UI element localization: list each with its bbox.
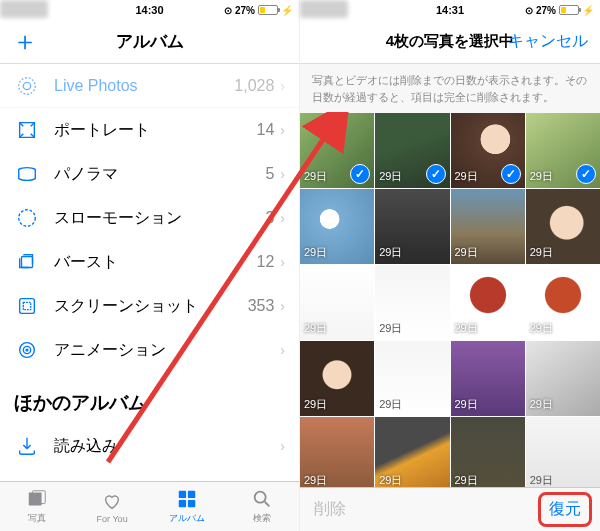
- svg-rect-12: [188, 491, 195, 498]
- tab-label: 写真: [28, 512, 46, 525]
- album-row-import[interactable]: 読み込み ›: [0, 424, 299, 468]
- recently-deleted-screen: 14:31 ⊙ 27% ⚡ 4枚の写真を選択中 キャンセル 写真とビデオには削除…: [300, 0, 600, 531]
- days-label: 29日: [530, 245, 553, 260]
- photo-cell[interactable]: 29日: [300, 265, 374, 340]
- row-label: スローモーション: [54, 208, 265, 229]
- nav-title: 4枚の写真を選択中: [386, 32, 514, 51]
- svg-rect-3: [22, 257, 33, 268]
- svg-rect-4: [20, 299, 35, 314]
- nav-bar: 4枚の写真を選択中 キャンセル: [300, 20, 600, 64]
- album-row-portrait[interactable]: ポートレート 14 ›: [0, 108, 299, 152]
- days-label: 29日: [455, 169, 478, 184]
- row-label: 読み込み: [54, 436, 280, 457]
- screenshot-icon: [14, 293, 40, 319]
- photo-cell[interactable]: 29日✓: [300, 113, 374, 188]
- photo-cell[interactable]: 29日✓: [526, 113, 600, 188]
- days-label: 29日: [379, 397, 402, 412]
- album-row-slowmo[interactable]: スローモーション 3 ›: [0, 196, 299, 240]
- photo-cell[interactable]: 29日: [526, 189, 600, 264]
- carrier-blur: [0, 0, 48, 18]
- chevron-right-icon: ›: [280, 122, 285, 138]
- nav-bar: ＋ アルバム: [0, 20, 299, 64]
- battery-icon: [258, 5, 278, 15]
- svg-point-1: [19, 77, 36, 94]
- add-button[interactable]: ＋: [12, 24, 38, 59]
- days-label: 29日: [455, 397, 478, 412]
- portrait-icon: [14, 117, 40, 143]
- photo-cell[interactable]: 29日: [526, 417, 600, 487]
- days-label: 29日: [304, 473, 327, 487]
- svg-rect-5: [23, 302, 30, 309]
- svg-point-8: [26, 349, 28, 351]
- charging-icon: ⚡: [582, 5, 594, 16]
- section-header: ほかのアルバム: [0, 372, 299, 424]
- photo-cell[interactable]: 29日: [375, 189, 449, 264]
- photo-cell[interactable]: 29日: [451, 341, 525, 416]
- days-label: 29日: [530, 169, 553, 184]
- photo-cell[interactable]: 29日✓: [375, 113, 449, 188]
- battery-percent: 27%: [536, 5, 556, 16]
- photo-cell[interactable]: 29日: [300, 189, 374, 264]
- battery-icon: [559, 5, 579, 15]
- status-time: 14:31: [436, 4, 464, 16]
- row-label: Live Photos: [54, 77, 234, 95]
- panorama-icon: [14, 161, 40, 187]
- chevron-right-icon: ›: [280, 254, 285, 270]
- check-icon: ✓: [501, 164, 521, 184]
- days-label: 29日: [304, 169, 327, 184]
- tab-label: アルバム: [169, 512, 205, 525]
- album-row-hidden[interactable]: 非表示 0 ›: [0, 468, 299, 481]
- tab-label: For You: [97, 514, 128, 524]
- photo-cell[interactable]: 29日: [451, 189, 525, 264]
- live-photos-icon: [14, 73, 40, 99]
- alarm-icon: ⊙: [224, 5, 232, 16]
- check-icon: ✓: [426, 164, 446, 184]
- svg-point-15: [254, 492, 265, 503]
- album-row-panorama[interactable]: パノラマ 5 ›: [0, 152, 299, 196]
- tab-search[interactable]: 検索: [224, 482, 299, 531]
- cancel-button[interactable]: キャンセル: [508, 31, 588, 52]
- photo-cell[interactable]: 29日: [300, 417, 374, 487]
- row-label: スクリーンショット: [54, 296, 248, 317]
- highlight-recover: 復元: [538, 492, 592, 527]
- delete-button[interactable]: 削除: [314, 499, 346, 520]
- photo-cell[interactable]: 29日: [375, 417, 449, 487]
- check-icon: ✓: [576, 164, 596, 184]
- days-label: 29日: [379, 245, 402, 260]
- photo-cell[interactable]: 29日: [375, 265, 449, 340]
- days-label: 29日: [304, 321, 327, 336]
- photo-cell[interactable]: 29日✓: [451, 113, 525, 188]
- row-count: 1,028: [234, 77, 274, 95]
- photo-cell[interactable]: 29日: [375, 341, 449, 416]
- row-label: アニメーション: [54, 340, 280, 361]
- tab-photos[interactable]: 写真: [0, 482, 75, 531]
- days-label: 29日: [530, 397, 553, 412]
- album-row-live-photos[interactable]: Live Photos 1,028 ›: [0, 64, 299, 108]
- row-label: バースト: [54, 252, 257, 273]
- album-row-animation[interactable]: アニメーション ›: [0, 328, 299, 372]
- chevron-right-icon: ›: [280, 438, 285, 454]
- bottom-toolbar: 削除 復元: [300, 487, 600, 531]
- row-label: ポートレート: [54, 120, 257, 141]
- recover-button[interactable]: 復元: [549, 500, 581, 517]
- tab-foryou[interactable]: For You: [75, 482, 150, 531]
- days-label: 29日: [379, 473, 402, 487]
- row-label: パノラマ: [54, 164, 265, 185]
- photo-cell[interactable]: 29日: [451, 265, 525, 340]
- carrier-blur: [300, 0, 348, 18]
- chevron-right-icon: ›: [280, 298, 285, 314]
- days-label: 29日: [304, 245, 327, 260]
- album-list: Live Photos 1,028 › ポートレート 14 › パノラマ 5 ›…: [0, 64, 299, 481]
- photo-cell[interactable]: 29日: [451, 417, 525, 487]
- photo-grid: 29日✓ 29日✓ 29日✓ 29日✓ 29日 29日 29日 29日 29日 …: [300, 113, 600, 487]
- days-label: 29日: [304, 397, 327, 412]
- photo-cell[interactable]: 29日: [300, 341, 374, 416]
- tab-albums[interactable]: アルバム: [150, 482, 225, 531]
- alarm-icon: ⊙: [525, 5, 533, 16]
- album-row-burst[interactable]: バースト 12 ›: [0, 240, 299, 284]
- days-label: 29日: [530, 321, 553, 336]
- row-count: 14: [257, 121, 275, 139]
- photo-cell[interactable]: 29日: [526, 341, 600, 416]
- photo-cell[interactable]: 29日: [526, 265, 600, 340]
- album-row-screenshot[interactable]: スクリーンショット 353 ›: [0, 284, 299, 328]
